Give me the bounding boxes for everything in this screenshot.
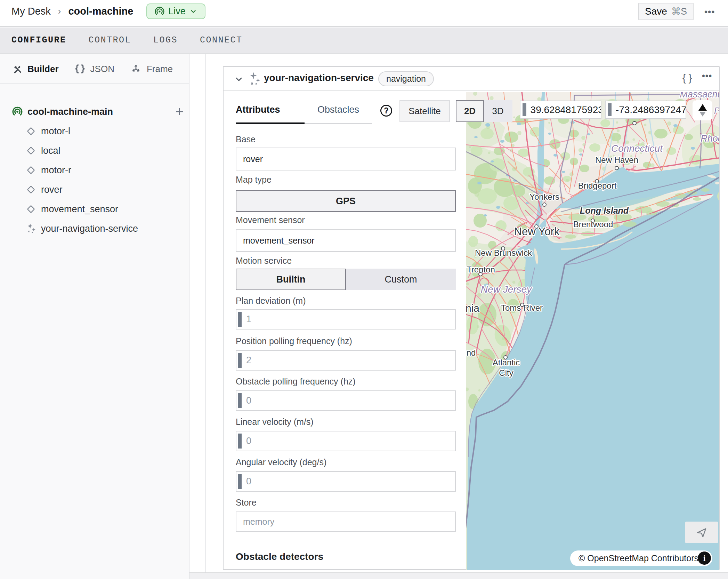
svg-text:Massachu: Massachu bbox=[680, 92, 719, 100]
svg-text:nd: nd bbox=[467, 348, 476, 357]
svg-text:nia: nia bbox=[466, 302, 479, 314]
svg-text:Rhode: Rhode bbox=[701, 133, 719, 144]
svg-text:New Haven: New Haven bbox=[595, 155, 638, 165]
svg-text:Pro: Pro bbox=[714, 106, 719, 116]
svg-text:Long Island: Long Island bbox=[580, 206, 629, 215]
svg-text:City: City bbox=[499, 368, 513, 378]
svg-text:Yonkers: Yonkers bbox=[529, 192, 559, 201]
svg-text:New Jersey: New Jersey bbox=[481, 284, 532, 295]
svg-text:Connecticut: Connecticut bbox=[611, 143, 663, 154]
